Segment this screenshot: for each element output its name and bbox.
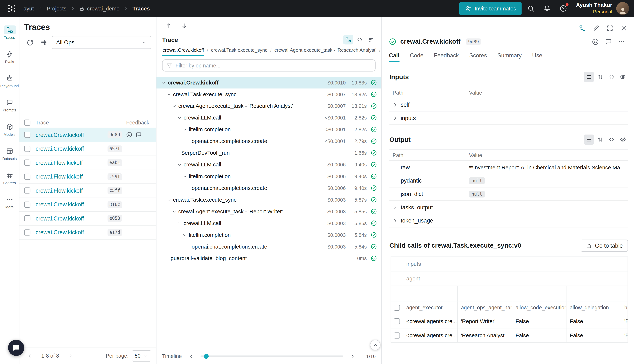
chevron-right-icon[interactable]: [393, 102, 398, 108]
add-comment-button[interactable]: [602, 36, 614, 47]
sidebar-item-scorers[interactable]: Scorers: [0, 166, 19, 190]
trace-tree-row[interactable]: openai.chat.completions.create $0.0003 5…: [156, 241, 381, 252]
trace-op-link[interactable]: crewai.Crew.kickoff: [36, 146, 107, 152]
chevron-down-icon[interactable]: [177, 115, 183, 120]
add-reaction-button[interactable]: [590, 36, 601, 47]
trace-op-link[interactable]: crewai.Flow.kickoff: [36, 160, 107, 166]
trace-tree-row[interactable]: crewai.Task.execute_sync $0.0003 5.87s: [156, 194, 381, 206]
tab-feedback[interactable]: Feedback: [434, 48, 459, 62]
row-checkbox[interactable]: [24, 132, 30, 138]
show-trace-tree-toggle[interactable]: [577, 22, 588, 34]
trace-tree-row[interactable]: SerperDevTool._run 1.66s: [156, 147, 381, 159]
sidebar-item-datasets[interactable]: Datasets: [0, 141, 19, 166]
chevron-down-icon[interactable]: [167, 198, 172, 202]
support-chat-button[interactable]: [8, 340, 24, 356]
trace-tree-row[interactable]: litellm.completion $0.0003 5.84s: [156, 229, 381, 241]
hide-values-toggle[interactable]: [618, 72, 628, 82]
tab-code[interactable]: Code: [410, 48, 423, 62]
breadcrumb-projects[interactable]: Projects: [47, 6, 67, 12]
child-column-header[interactable]: b: [621, 301, 628, 314]
trace-tree-row[interactable]: litellm.completion <$0.0001 2.82s: [156, 124, 381, 135]
chevron-down-icon[interactable]: [182, 174, 188, 179]
tab-use[interactable]: Use: [532, 48, 542, 62]
column-header-trace[interactable]: Trace: [36, 119, 126, 125]
child-column-header[interactable]: agent_executor: [403, 301, 458, 314]
edit-button[interactable]: [590, 22, 602, 34]
breadcrumb-entity[interactable]: ayut: [24, 6, 34, 12]
path-crumb[interactable]: crewai.Agent.execute_task - 'Research An…: [274, 45, 377, 56]
output-row-raw[interactable]: raw **Investment Report: AI in Chemical …: [390, 161, 628, 174]
overflow-menu-button[interactable]: [615, 36, 627, 47]
timeline-slider[interactable]: [200, 356, 343, 357]
row-checkbox[interactable]: [24, 188, 30, 194]
close-panel-button[interactable]: [618, 22, 629, 34]
pretty-view-toggle[interactable]: [584, 134, 594, 144]
row-checkbox[interactable]: [394, 332, 400, 338]
chevron-down-icon[interactable]: [182, 127, 188, 132]
path-crumb[interactable]: crewai.Task.execute_sync: [211, 45, 268, 56]
avatar[interactable]: [616, 2, 629, 15]
child-column-header[interactable]: allow_delegation: [566, 301, 621, 314]
breadcrumb-traces[interactable]: Traces: [132, 6, 150, 12]
sidebar-item-models[interactable]: Models: [0, 117, 19, 141]
timeline-prev-button[interactable]: [186, 351, 196, 361]
next-call-button[interactable]: [178, 20, 190, 31]
chevron-right-icon[interactable]: [393, 218, 398, 223]
trace-tree-row[interactable]: crewai.Task.execute_sync $0.0007 13.92s: [156, 88, 381, 100]
tab-call[interactable]: Call: [389, 48, 399, 62]
trace-tree-row[interactable]: crewai.LLM.call $0.0006 9.40s: [156, 159, 381, 170]
sidebar-item-traces[interactable]: Traces: [0, 20, 19, 44]
trace-op-link[interactable]: crewai.Crew.kickoff: [36, 201, 107, 208]
row-checkbox[interactable]: [24, 215, 30, 222]
input-row-inputs[interactable]: inputs: [390, 112, 628, 125]
chevron-down-icon[interactable]: [167, 92, 172, 96]
flame-graph-toggle[interactable]: [366, 35, 376, 44]
trace-op-link[interactable]: crewai.Crew.kickoff: [36, 229, 107, 236]
row-checkbox[interactable]: [24, 174, 30, 180]
wandb-logo[interactable]: [5, 2, 19, 16]
sidebar-item-prompts[interactable]: Prompts: [0, 93, 19, 117]
trace-list-row[interactable]: crewai.Crew.kickoff 316c: [20, 198, 156, 212]
next-page-button[interactable]: [66, 350, 76, 361]
row-checkbox[interactable]: [24, 229, 30, 235]
reaction-smiley-icon[interactable]: [126, 132, 132, 138]
trace-list-row[interactable]: crewai.Flow.kickoff c5ff: [20, 184, 156, 198]
select-all-child-checkbox[interactable]: [394, 304, 400, 311]
output-row-tasks-output[interactable]: tasks_output: [390, 201, 628, 214]
chevron-down-icon[interactable]: [161, 80, 167, 85]
child-call-row[interactable]: <crewai.agents.cre... 'Report Writer' Fa…: [391, 314, 628, 328]
collapse-timeline-button[interactable]: [370, 340, 381, 350]
trace-op-link[interactable]: crewai.Crew.kickoff: [36, 215, 107, 222]
sidebar-item-playground[interactable]: Playground: [0, 69, 19, 93]
chevron-right-icon[interactable]: [393, 115, 398, 120]
code-view-toggle[interactable]: [606, 72, 616, 82]
trace-tree-row[interactable]: openai.chat.completions.create <$0.0001 …: [156, 135, 381, 147]
code-view-toggle[interactable]: [355, 35, 364, 44]
path-crumb[interactable]: crewai.Crew.kickoff: [162, 45, 204, 56]
chevron-right-icon[interactable]: [393, 204, 398, 210]
search-icon[interactable]: [524, 2, 538, 16]
trace-list-row[interactable]: crewai.Crew.kickoff a17d: [20, 226, 156, 240]
invite-teammates-button[interactable]: Invite teammates: [459, 2, 522, 15]
chevron-down-icon[interactable]: [177, 221, 183, 226]
trace-tree-row[interactable]: crewai.LLM.call <$0.0001 2.82s: [156, 112, 381, 124]
sidebar-item-more[interactable]: More: [0, 190, 19, 214]
chevron-down-icon[interactable]: [182, 232, 188, 237]
trace-list-row[interactable]: crewai.Crew.kickoff 9d89: [20, 128, 156, 142]
trace-tree-row[interactable]: crewai.Crew.kickoff $0.0010 19.83s: [156, 77, 381, 88]
previous-call-button[interactable]: [163, 20, 174, 31]
notifications-bell-icon[interactable]: [540, 2, 554, 16]
per-page-select[interactable]: 50: [132, 350, 151, 362]
row-checkbox[interactable]: [394, 318, 400, 324]
child-column-header[interactable]: agent_ops_agent_nan: [458, 301, 512, 314]
trace-op-link[interactable]: crewai.Crew.kickoff: [36, 132, 107, 138]
trace-tree-row[interactable]: litellm.completion $0.0006 9.40s: [156, 170, 381, 182]
output-row-token-usage[interactable]: token_usage: [390, 214, 628, 228]
tab-summary[interactable]: Summary: [497, 48, 522, 62]
timeline-slider-handle[interactable]: [204, 354, 208, 358]
op-filter-input[interactable]: [176, 62, 371, 68]
trace-list-row[interactable]: crewai.Crew.kickoff 657f: [20, 142, 156, 156]
chevron-down-icon[interactable]: [177, 162, 183, 167]
breadcrumb-project[interactable]: crewai_demo: [79, 6, 120, 12]
timeline-next-button[interactable]: [347, 351, 358, 361]
